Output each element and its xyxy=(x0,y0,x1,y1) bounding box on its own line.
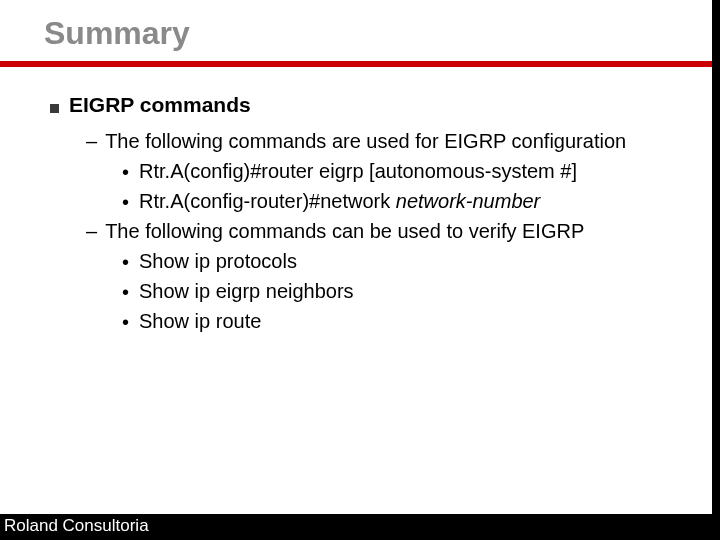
bullet-level1: EIGRP commands xyxy=(50,91,672,118)
command-prefix: Rtr.A(config-router)#network xyxy=(139,190,396,212)
command-text: Show ip route xyxy=(139,308,261,334)
square-bullet-icon xyxy=(50,104,59,113)
dash-icon: – xyxy=(86,218,97,244)
bullet-level2: – The following commands can be used to … xyxy=(86,218,672,244)
level2-text: The following commands can be used to ve… xyxy=(105,218,584,244)
bullet-level3: • Show ip eigrp neighbors xyxy=(122,278,672,304)
bullet-level3: • Rtr.A(config)#router eigrp [autonomous… xyxy=(122,158,672,184)
dash-icon: – xyxy=(86,128,97,154)
slide-body: EIGRP commands – The following commands … xyxy=(0,67,720,334)
bullet-level3: • Show ip route xyxy=(122,308,672,334)
slide: Summary EIGRP commands – The following c… xyxy=(0,0,720,540)
dot-icon: • xyxy=(122,162,129,182)
command-arg: network-number xyxy=(396,190,541,212)
dot-icon: • xyxy=(122,312,129,332)
bullet-level2: – The following commands are used for EI… xyxy=(86,128,672,154)
level2-text: The following commands are used for EIGR… xyxy=(105,128,626,154)
command-text: Rtr.A(config)#router eigrp [autonomous-s… xyxy=(139,158,577,184)
command-text: Rtr.A(config-router)#network network-num… xyxy=(139,188,540,214)
bullet-level3: • Show ip protocols xyxy=(122,248,672,274)
footer-text: Roland Consultoria xyxy=(0,514,149,536)
footer-bar: Roland Consultoria xyxy=(0,514,720,540)
slide-title: Summary xyxy=(44,16,720,51)
dot-icon: • xyxy=(122,252,129,272)
command-text: Show ip protocols xyxy=(139,248,297,274)
dot-icon: • xyxy=(122,282,129,302)
dot-icon: • xyxy=(122,192,129,212)
bullet-level3: • Rtr.A(config-router)#network network-n… xyxy=(122,188,672,214)
title-area: Summary xyxy=(0,0,720,51)
right-edge-strip xyxy=(712,0,720,540)
command-text: Show ip eigrp neighbors xyxy=(139,278,354,304)
heading-text: EIGRP commands xyxy=(69,91,251,118)
